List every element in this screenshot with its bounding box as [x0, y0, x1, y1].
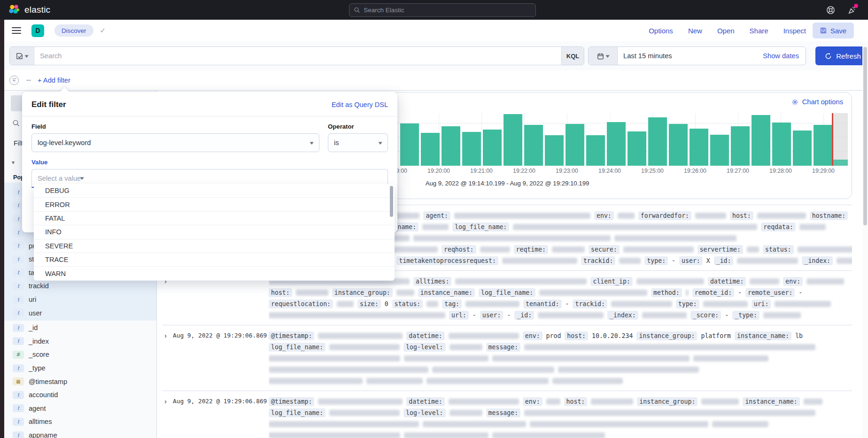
toolbar-link-share[interactable]: Share: [750, 27, 768, 35]
value-option-debug[interactable]: DEBUG: [34, 184, 395, 198]
sidebar-field-appname[interactable]: tappname: [4, 429, 157, 438]
redacted-value: [404, 432, 488, 438]
edit-as-query-dsl-link[interactable]: Edit as Query DSL: [332, 101, 388, 108]
redacted-value: [269, 367, 428, 373]
space-badge[interactable]: D: [31, 24, 44, 37]
page-scrollbar: [862, 20, 868, 438]
expand-row-icon[interactable]: ›: [163, 396, 173, 438]
toolbar-link-new[interactable]: New: [688, 27, 702, 35]
redacted-value: [530, 421, 708, 427]
operator-select[interactable]: is ▾: [328, 133, 388, 152]
value-option-error[interactable]: ERROR: [34, 198, 395, 211]
field-chip: instance_group:: [637, 397, 698, 406]
value-option-fatal[interactable]: FATAL: [34, 212, 395, 225]
page-scrollbar-thumb[interactable]: [863, 47, 867, 225]
toolbar-link-inspect[interactable]: Inspect: [783, 27, 806, 35]
toolbar-link-open[interactable]: Open: [717, 27, 735, 35]
sidebar-field-agent[interactable]: tagent: [4, 402, 157, 415]
date-field-icon: ▦: [13, 377, 24, 385]
filter-by-type-label[interactable]: Filt: [14, 139, 23, 147]
field-value: 10.0.20.234: [592, 332, 633, 339]
refresh-button[interactable]: Refresh: [815, 46, 868, 65]
sidebar-field-_score[interactable]: #_score: [4, 348, 157, 361]
value-option-info[interactable]: INFO: [34, 225, 395, 239]
redacted-value: [686, 290, 689, 296]
elastic-brand[interactable]: elastic: [8, 4, 50, 15]
brand-name: elastic: [24, 5, 50, 15]
value-option-severe[interactable]: SEVERE: [34, 239, 395, 253]
saved-query-menu-button[interactable]: ▾: [10, 47, 34, 65]
add-filter-link[interactable]: + Add filter: [38, 77, 70, 84]
chart-options-button[interactable]: Chart options: [791, 98, 843, 106]
redacted-value: [413, 235, 611, 241]
redacted-value: [296, 290, 328, 296]
sidebar-field-_type[interactable]: t_type: [4, 361, 157, 375]
histogram-bar: [442, 126, 460, 166]
number-field-icon: #: [13, 351, 24, 359]
sidebar-field-alltimes[interactable]: talltimes: [4, 415, 157, 429]
histogram-bar: [832, 160, 848, 166]
field-chip: timetakentoprocessrequest:: [396, 256, 498, 265]
date-quick-menu-button[interactable]: ▾: [589, 47, 618, 65]
redacted-value: [619, 258, 641, 264]
redacted-value: [611, 301, 672, 307]
sidebar-field-_id[interactable]: t_id: [4, 321, 157, 335]
histogram-bar: [566, 124, 584, 166]
section-chevron-icon[interactable]: ▾: [12, 159, 15, 166]
sidebar-field-accountid[interactable]: taccountid: [4, 388, 157, 402]
expand-row-icon[interactable]: ›: [163, 330, 173, 386]
expand-row-icon[interactable]: ›: [163, 276, 173, 321]
histogram-bar: [690, 129, 708, 166]
redacted-value: [449, 399, 519, 405]
sidebar-field-user[interactable]: tuser: [4, 306, 157, 320]
text-field-icon: t: [13, 242, 24, 250]
save-button[interactable]: Save: [813, 23, 854, 38]
redacted-value: [618, 213, 635, 219]
row-timestamp: Aug 9, 2022 @ 19:29:06.869: [173, 396, 269, 438]
field-chip: _id:: [714, 256, 734, 265]
redacted-value: [269, 355, 400, 361]
field-label: st: [29, 255, 34, 263]
filter-icon[interactable]: [9, 76, 19, 85]
search-input[interactable]: [34, 47, 561, 65]
menu-icon[interactable]: [12, 27, 21, 34]
redacted-value: [642, 312, 687, 318]
time-range-value[interactable]: Last 15 minutes: [618, 47, 756, 65]
field-chip: reqtime:: [514, 245, 549, 254]
field-search-icon[interactable]: [13, 120, 20, 127]
document-line: [269, 375, 852, 386]
options-scrollbar-thumb[interactable]: [390, 186, 393, 217]
help-icon[interactable]: [826, 5, 835, 15]
sidebar-field-@timestamp[interactable]: ▦@timestamp: [4, 375, 157, 388]
redacted-value: [513, 224, 757, 230]
toolbar-link-options[interactable]: Options: [649, 27, 673, 35]
field-chip: status:: [763, 245, 794, 254]
global-search[interactable]: [349, 3, 536, 17]
field-value: lb: [795, 332, 803, 339]
news-feed-icon[interactable]: [847, 5, 857, 15]
document-line: url:-user:-_id:_index:_score:-_type:: [269, 309, 852, 321]
sidebar-field-trackid[interactable]: ttrackid: [4, 279, 157, 293]
field-value: -: [798, 289, 802, 296]
global-search-input[interactable]: [364, 7, 531, 14]
sidebar-field-uri[interactable]: turi: [4, 293, 157, 307]
sidebar-field-_index[interactable]: t_index: [4, 335, 157, 348]
histogram-bar: [814, 125, 832, 166]
field-chip: log_file_name:: [479, 288, 535, 297]
value-option-trace[interactable]: TRACE: [34, 253, 395, 267]
histogram-bar: [793, 131, 812, 166]
field-chip: requestlocation:: [269, 300, 333, 308]
field-chip: trackid:: [581, 256, 616, 265]
breadcrumb[interactable]: Discover: [54, 24, 93, 37]
kql-badge[interactable]: KQL: [561, 47, 584, 65]
value-option-warn[interactable]: WARN: [34, 267, 395, 280]
redacted-value: [804, 399, 822, 405]
redacted-value: [614, 235, 736, 241]
field-chip: instance_group:: [636, 331, 697, 340]
redacted-value: [318, 333, 403, 339]
field-select[interactable]: log-level.keyword ▾: [31, 133, 319, 152]
field-chip: client_ip:: [590, 277, 632, 286]
show-dates-link[interactable]: Show dates: [756, 47, 806, 65]
redacted-value: [806, 278, 844, 284]
field-chip: user:: [480, 311, 504, 320]
